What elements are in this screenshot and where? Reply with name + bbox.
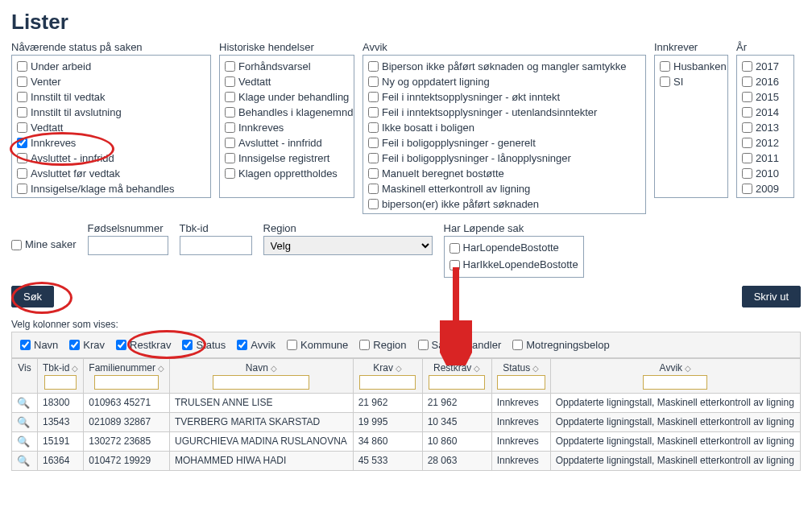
view-icon[interactable]: 🔍 xyxy=(17,397,30,409)
table-row: 🔍15191130272 23685UGURCHIEVA MADINA RUSL… xyxy=(12,432,801,452)
status-item-checkbox[interactable] xyxy=(17,107,27,118)
hist-item-checkbox[interactable] xyxy=(225,153,235,163)
col-pick-checkbox[interactable] xyxy=(182,340,193,350)
sort-icon[interactable]: ◇ xyxy=(396,364,402,373)
avvik-item-checkbox[interactable] xyxy=(368,184,379,194)
status-item-checkbox[interactable] xyxy=(17,153,27,163)
hist-item-checkbox[interactable] xyxy=(225,61,235,72)
aar-item-checkbox[interactable] xyxy=(742,184,752,194)
lopende-item-checkbox[interactable] xyxy=(450,260,460,270)
col-restkrav[interactable]: Restkrav xyxy=(433,362,471,373)
avvik-item-checkbox[interactable] xyxy=(368,168,379,179)
sort-icon[interactable]: ◇ xyxy=(72,364,78,373)
status-item-checkbox[interactable] xyxy=(17,184,27,194)
col-pick-label: Navn xyxy=(34,337,58,353)
status-item-label: Innsigelse/klage må behandles xyxy=(31,181,175,196)
sok-button[interactable]: Søk xyxy=(11,286,54,307)
aar-item-checkbox[interactable] xyxy=(742,138,752,148)
cell-krav: 21 962 xyxy=(353,394,422,413)
col-pick-label: Avvik xyxy=(251,337,276,353)
hist-item-checkbox[interactable] xyxy=(225,92,235,102)
avvik-item-checkbox[interactable] xyxy=(368,107,379,118)
col-navn[interactable]: Navn xyxy=(246,362,268,373)
col-pick-checkbox[interactable] xyxy=(237,340,247,350)
status-item-label: Venter xyxy=(31,74,61,89)
innkrever-item-checkbox[interactable] xyxy=(660,61,670,72)
col-status[interactable]: Status xyxy=(503,362,530,373)
skrivut-button[interactable]: Skriv ut xyxy=(742,286,801,307)
hist-item-label: Innsigelse registrert xyxy=(238,151,329,166)
sort-icon[interactable]: ◇ xyxy=(474,364,480,373)
fnr-input[interactable] xyxy=(88,236,168,255)
view-icon[interactable]: 🔍 xyxy=(17,435,30,448)
cell-status: Innkreves xyxy=(491,394,550,413)
avvik-item-checkbox[interactable] xyxy=(368,138,379,148)
avvik-item-checkbox[interactable] xyxy=(368,122,379,133)
filter-status[interactable] xyxy=(497,375,545,390)
aar-item-checkbox[interactable] xyxy=(742,61,752,72)
filter-fam[interactable] xyxy=(94,375,159,390)
hist-filter-box: ForhåndsvarselVedtattKlage under behandl… xyxy=(219,55,354,198)
filter-tbk[interactable] xyxy=(44,375,77,390)
view-icon[interactable]: 🔍 xyxy=(17,416,30,428)
lopende-item-checkbox[interactable] xyxy=(450,243,460,254)
col-tbk[interactable]: Tbk-id xyxy=(43,362,69,373)
lopende-label: Har Løpende sak xyxy=(444,222,584,234)
lopende-item-label: HarIkkeLopendeBostotte xyxy=(463,257,578,272)
cell-fam: 021089 32867 xyxy=(84,413,170,432)
status-item-checkbox[interactable] xyxy=(17,61,27,72)
col-pick-checkbox[interactable] xyxy=(69,340,80,350)
avvik-item-label: Maskinell etterkontroll av ligning xyxy=(382,181,530,196)
avvik-item-checkbox[interactable] xyxy=(368,61,379,72)
col-avvik[interactable]: Avvik xyxy=(660,362,682,373)
avvik-item-checkbox[interactable] xyxy=(368,76,379,87)
avvik-item-checkbox[interactable] xyxy=(368,92,379,102)
filter-avvik[interactable] xyxy=(643,375,707,390)
status-filter-label: Nåværende status på saken xyxy=(11,41,211,53)
status-item-checkbox[interactable] xyxy=(17,122,27,133)
region-select[interactable]: Velg xyxy=(263,236,433,255)
avvik-item-checkbox[interactable] xyxy=(368,153,379,163)
avvik-item-checkbox[interactable] xyxy=(368,199,379,209)
hist-item-checkbox[interactable] xyxy=(225,107,235,118)
cell-fam: 130272 23685 xyxy=(84,432,170,452)
avvik-item-label: Feil i inntektsopplysninger - utenlandsi… xyxy=(382,105,597,120)
col-krav[interactable]: Krav xyxy=(373,362,393,373)
innkrever-item-checkbox[interactable] xyxy=(660,76,670,87)
filter-navn[interactable] xyxy=(213,375,309,390)
aar-item-checkbox[interactable] xyxy=(742,92,752,102)
sort-icon[interactable]: ◇ xyxy=(685,364,691,373)
aar-item-checkbox[interactable] xyxy=(742,168,752,179)
col-pick-checkbox[interactable] xyxy=(20,340,31,350)
tbk-input[interactable] xyxy=(180,236,252,255)
col-vis: Vis xyxy=(18,362,31,373)
status-item-checkbox[interactable] xyxy=(17,92,27,102)
hist-item-checkbox[interactable] xyxy=(225,168,235,179)
sort-icon[interactable]: ◇ xyxy=(532,364,539,373)
filter-restkrav[interactable] xyxy=(429,375,485,390)
col-pick-checkbox[interactable] xyxy=(512,340,523,350)
status-item-checkbox[interactable] xyxy=(17,168,27,179)
col-pick-checkbox[interactable] xyxy=(359,340,370,350)
view-icon[interactable]: 🔍 xyxy=(17,455,30,467)
aar-item-checkbox[interactable] xyxy=(742,107,752,118)
sort-icon[interactable]: ◇ xyxy=(158,364,164,373)
cell-krav: 34 860 xyxy=(353,432,422,452)
hist-item-checkbox[interactable] xyxy=(225,76,235,87)
hist-item-checkbox[interactable] xyxy=(225,138,235,148)
col-pick-checkbox[interactable] xyxy=(418,340,429,350)
table-row: 🔍18300010963 45271TRULSEN ANNE LISE21 96… xyxy=(12,394,801,413)
filter-krav[interactable] xyxy=(359,375,416,390)
aar-item-checkbox[interactable] xyxy=(742,153,752,163)
avvik-item-label: Manuelt beregnet bostøtte xyxy=(382,166,504,181)
aar-item-checkbox[interactable] xyxy=(742,122,752,133)
aar-item-checkbox[interactable] xyxy=(742,76,752,87)
status-item-checkbox[interactable] xyxy=(17,138,27,148)
hist-item-checkbox[interactable] xyxy=(225,122,235,133)
sort-icon[interactable]: ◇ xyxy=(271,364,277,373)
col-pick-checkbox[interactable] xyxy=(287,340,297,350)
mine-saker-checkbox[interactable] xyxy=(11,240,22,250)
status-item-checkbox[interactable] xyxy=(17,76,27,87)
col-fam[interactable]: Familienummer xyxy=(89,362,155,373)
col-pick-checkbox[interactable] xyxy=(116,340,126,350)
